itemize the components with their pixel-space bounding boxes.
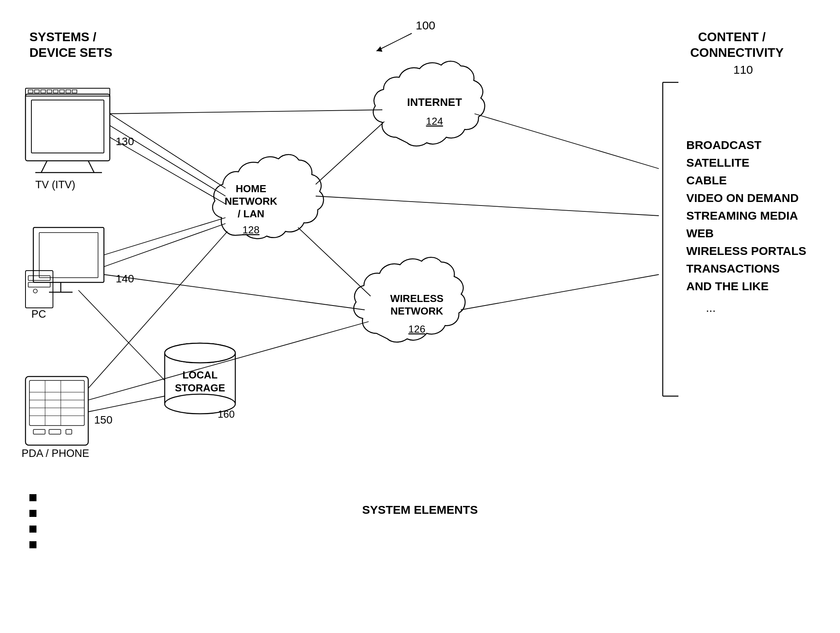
connectivity-transactions: TRANSACTIONS — [686, 262, 780, 275]
svg-rect-6 — [35, 90, 39, 93]
connectivity-vod: VIDEO ON DEMAND — [686, 191, 799, 204]
svg-rect-7 — [41, 90, 45, 93]
svg-rect-5 — [28, 90, 33, 93]
connectivity-streaming: STREAMING MEDIA — [686, 209, 798, 222]
svg-line-56 — [104, 224, 225, 267]
svg-line-62 — [316, 122, 384, 184]
connectivity-wireless: WIRELESS PORTALS — [686, 244, 806, 257]
svg-line-65 — [316, 196, 659, 216]
svg-line-0 — [376, 33, 412, 51]
svg-rect-3 — [31, 100, 104, 153]
svg-rect-2 — [25, 94, 110, 161]
connectivity-broadcast: BROADCAST — [686, 138, 762, 151]
svg-rect-24 — [25, 377, 88, 445]
left-header-line2: DEVICE SETS — [29, 45, 113, 60]
footer-system-elements: SYSTEM ELEMENTS — [362, 503, 478, 516]
right-header-number: 110 — [733, 63, 753, 76]
svg-text:INTERNET: INTERNET — [407, 96, 462, 108]
diagram-container: 100 SYSTEMS / DEVICE SETS CONTENT / CONN… — [0, 0, 840, 633]
connectivity-web: WEB — [686, 227, 714, 240]
svg-rect-33 — [49, 429, 61, 434]
svg-text:126: 126 — [408, 323, 425, 335]
svg-line-64 — [475, 114, 659, 169]
pda-label: PDA / PHONE — [22, 447, 89, 459]
svg-text:HOME: HOME — [236, 183, 266, 195]
svg-rect-71 — [29, 510, 36, 517]
svg-rect-16 — [33, 227, 104, 282]
svg-line-58 — [78, 290, 165, 380]
svg-text:NETWORK: NETWORK — [391, 305, 444, 317]
svg-line-13 — [41, 161, 47, 173]
svg-line-54 — [110, 110, 382, 114]
svg-text:STORAGE: STORAGE — [175, 382, 225, 394]
svg-rect-34 — [66, 429, 72, 434]
svg-rect-22 — [28, 282, 50, 287]
svg-rect-73 — [29, 541, 36, 548]
svg-rect-32 — [33, 429, 45, 434]
connectivity-satellite: SATELLITE — [686, 156, 749, 169]
svg-rect-12 — [72, 90, 77, 93]
svg-line-61 — [88, 396, 165, 412]
pc-number: 140 — [116, 273, 134, 285]
svg-line-55 — [104, 218, 225, 255]
tv-label: TV (ITV) — [35, 179, 75, 191]
svg-line-53 — [110, 137, 225, 204]
pc-label: PC — [31, 308, 46, 320]
right-header-line1: CONTENT / — [698, 30, 766, 44]
svg-marker-1 — [376, 46, 382, 52]
svg-line-57 — [104, 275, 365, 310]
svg-text:128: 128 — [242, 224, 259, 236]
svg-text:LOCAL: LOCAL — [182, 369, 218, 381]
svg-rect-72 — [29, 526, 36, 533]
diagram-ref-number: 100 — [416, 19, 435, 32]
pda-number: 150 — [94, 414, 113, 426]
svg-point-47 — [165, 343, 235, 363]
local-storage: LOCAL STORAGE 160 — [165, 343, 235, 420]
svg-line-14 — [88, 161, 94, 173]
connectivity-ellipsis: ... — [706, 301, 716, 314]
wireless-network-cloud: WIRELESS NETWORK 126 — [354, 257, 465, 342]
svg-rect-70 — [29, 494, 36, 501]
internet-cloud: INTERNET 124 — [373, 61, 485, 146]
svg-rect-9 — [53, 90, 58, 93]
svg-text:/ LAN: / LAN — [238, 208, 264, 220]
svg-line-66 — [461, 275, 659, 310]
svg-rect-8 — [47, 90, 52, 93]
svg-rect-10 — [60, 90, 64, 93]
svg-line-63 — [298, 227, 371, 296]
svg-point-23 — [33, 289, 37, 293]
svg-text:160: 160 — [218, 408, 235, 420]
svg-rect-25 — [29, 380, 84, 426]
svg-line-52 — [110, 126, 225, 196]
svg-rect-4 — [25, 88, 110, 96]
connectivity-and-the-like: AND THE LIKE — [686, 280, 769, 293]
svg-text:NETWORK: NETWORK — [225, 195, 278, 207]
connectivity-cable: CABLE — [686, 174, 727, 187]
svg-line-51 — [110, 114, 225, 188]
left-header-line1: SYSTEMS / — [29, 30, 96, 44]
right-header-line2: CONNECTIVITY — [690, 45, 784, 60]
home-network-cloud: HOME NETWORK / LAN 128 — [213, 155, 324, 238]
svg-text:124: 124 — [426, 115, 443, 127]
svg-text:WIRELESS: WIRELESS — [390, 293, 444, 304]
svg-rect-11 — [66, 90, 71, 93]
